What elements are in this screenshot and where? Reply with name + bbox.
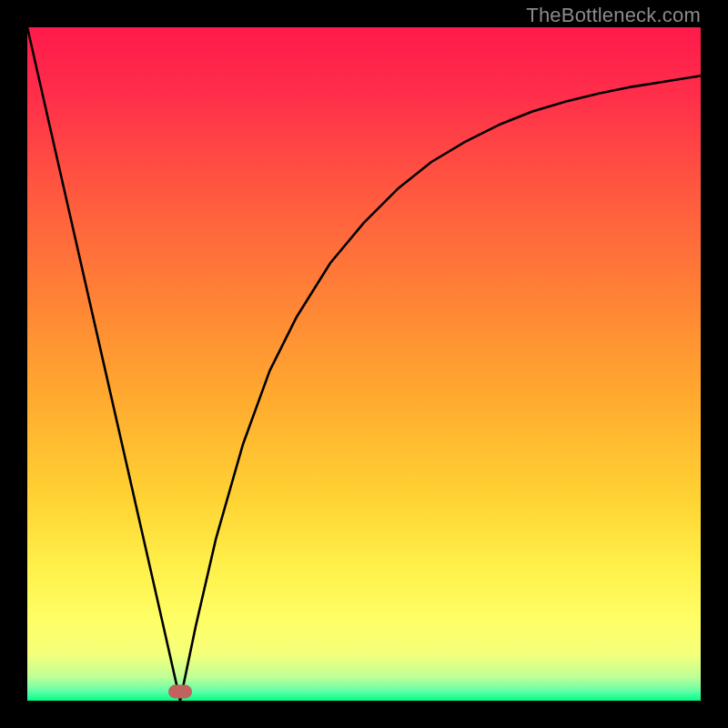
bottleneck-curve (27, 27, 701, 701)
watermark-text: TheBottleneck.com (526, 4, 701, 27)
optimal-marker (168, 685, 192, 699)
chart-frame: TheBottleneck.com (0, 0, 728, 728)
plot-area (27, 27, 701, 701)
